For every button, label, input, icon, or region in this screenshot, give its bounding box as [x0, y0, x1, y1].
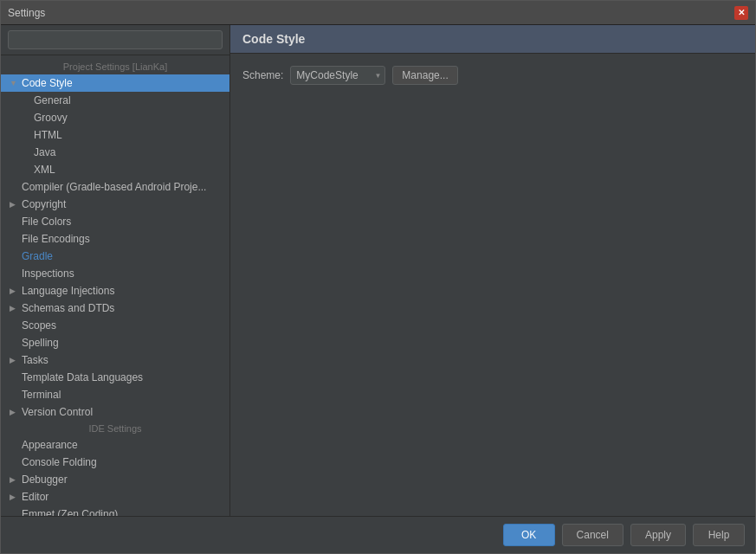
sidebar-item-tasks[interactable]: ▶ Tasks	[1, 351, 229, 369]
sidebar-item-label: Scopes	[22, 319, 223, 332]
sidebar-item-terminal[interactable]: Terminal	[1, 386, 229, 403]
sidebar-item-label: Copyright	[22, 198, 223, 210]
sidebar-item-inspections[interactable]: Inspections	[1, 265, 229, 282]
scheme-select[interactable]: MyCodeStyle Default	[290, 66, 385, 85]
arrow-version-control: ▶	[10, 408, 22, 416]
sidebar-item-html[interactable]: HTML	[1, 126, 229, 144]
sidebar-item-label: Console Folding	[22, 456, 223, 468]
arrow-editor: ▶	[10, 493, 22, 501]
settings-window: Settings ✕ Project Settings [LianKa] ▼ C…	[0, 0, 756, 554]
arrow-code-style: ▼	[10, 79, 22, 87]
sidebar-item-label: File Colors	[22, 216, 223, 228]
sidebar-item-label: Editor	[22, 491, 223, 503]
tree: Project Settings [LianKa] ▼ Code Style G…	[1, 55, 229, 516]
scheme-select-wrap: MyCodeStyle Default	[290, 66, 385, 85]
sidebar-item-label: Debugger	[22, 473, 223, 486]
content-body: Scheme: MyCodeStyle Default Manage...	[230, 54, 755, 516]
sidebar-item-appearance[interactable]: Appearance	[1, 436, 229, 454]
arrow-copyright: ▶	[10, 200, 22, 209]
search-input[interactable]	[8, 30, 223, 49]
sidebar-item-general[interactable]: General	[1, 92, 229, 109]
sidebar-item-scopes[interactable]: Scopes	[1, 317, 229, 334]
sidebar-item-label: Compiler (Gradle-based Android Proje...	[22, 181, 223, 193]
sidebar-item-xml[interactable]: XML	[1, 161, 229, 178]
sidebar-item-version-control[interactable]: ▶ Version Control	[1, 403, 229, 421]
sidebar-item-label: Code Style	[22, 77, 223, 89]
search-box	[1, 25, 229, 55]
sidebar-item-emmet[interactable]: Emmet (Zen Coding)	[1, 506, 229, 516]
footer: OK Cancel Apply Help	[1, 516, 755, 553]
sidebar-item-template-data-languages[interactable]: Template Data Languages	[1, 369, 229, 386]
sidebar-item-label: Schemas and DTDs	[22, 302, 223, 314]
sidebar: Project Settings [LianKa] ▼ Code Style G…	[1, 25, 230, 516]
sidebar-item-code-style[interactable]: ▼ Code Style	[1, 74, 229, 92]
close-button[interactable]: ✕	[734, 6, 748, 20]
scheme-row: Scheme: MyCodeStyle Default Manage...	[242, 66, 743, 85]
sidebar-item-label: Groovy	[34, 112, 223, 124]
arrow-language-injections: ▶	[10, 287, 22, 295]
project-settings-header: Project Settings [LianKa]	[1, 59, 229, 74]
sidebar-item-label: HTML	[34, 129, 223, 141]
sidebar-item-label: Tasks	[22, 354, 223, 366]
sidebar-item-label: Spelling	[22, 337, 223, 349]
sidebar-item-console-folding[interactable]: Console Folding	[1, 454, 229, 471]
sidebar-item-groovy[interactable]: Groovy	[1, 109, 229, 126]
sidebar-item-spelling[interactable]: Spelling	[1, 334, 229, 351]
scheme-label: Scheme:	[242, 69, 283, 81]
sidebar-item-label: Inspections	[22, 267, 223, 280]
sidebar-item-label: Appearance	[22, 439, 223, 451]
sidebar-item-compiler[interactable]: Compiler (Gradle-based Android Proje...	[1, 178, 229, 196]
sidebar-item-label: Java	[34, 146, 223, 158]
sidebar-item-file-encodings[interactable]: File Encodings	[1, 230, 229, 248]
cancel-button[interactable]: Cancel	[562, 524, 624, 546]
arrow-debugger: ▶	[10, 475, 22, 484]
sidebar-item-label: XML	[34, 164, 223, 176]
ide-settings-header: IDE Settings	[1, 421, 229, 436]
manage-button[interactable]: Manage...	[392, 66, 457, 85]
sidebar-item-label: File Encodings	[22, 233, 223, 245]
content-header: Code Style	[230, 25, 755, 54]
sidebar-item-editor[interactable]: ▶ Editor	[1, 488, 229, 506]
sidebar-item-debugger[interactable]: ▶ Debugger	[1, 471, 229, 488]
sidebar-item-language-injections[interactable]: ▶ Language Injections	[1, 282, 229, 300]
apply-button[interactable]: Apply	[630, 524, 686, 546]
content-title: Code Style	[242, 32, 305, 46]
title-bar: Settings ✕	[1, 1, 755, 25]
content-panel: Code Style Scheme: MyCodeStyle Default M…	[230, 25, 755, 516]
sidebar-item-label: Language Injections	[22, 285, 223, 297]
sidebar-item-file-colors[interactable]: File Colors	[1, 213, 229, 230]
main-content: Project Settings [LianKa] ▼ Code Style G…	[1, 25, 755, 516]
sidebar-item-label: Version Control	[22, 406, 223, 418]
sidebar-item-copyright[interactable]: ▶ Copyright	[1, 196, 229, 213]
ok-button[interactable]: OK	[503, 524, 555, 546]
sidebar-item-label: Emmet (Zen Coding)	[22, 508, 223, 516]
sidebar-item-java[interactable]: Java	[1, 144, 229, 161]
arrow-tasks: ▶	[10, 356, 22, 364]
sidebar-item-schemas-dtds[interactable]: ▶ Schemas and DTDs	[1, 300, 229, 317]
help-button[interactable]: Help	[693, 524, 745, 546]
arrow-schemas-dtds: ▶	[10, 304, 22, 312]
sidebar-item-gradle[interactable]: Gradle	[1, 248, 229, 265]
sidebar-item-label: Terminal	[22, 389, 223, 401]
sidebar-item-label: General	[34, 94, 223, 106]
sidebar-item-label: Template Data Languages	[22, 371, 223, 383]
sidebar-item-label: Gradle	[22, 250, 223, 262]
window-title: Settings	[8, 7, 734, 19]
